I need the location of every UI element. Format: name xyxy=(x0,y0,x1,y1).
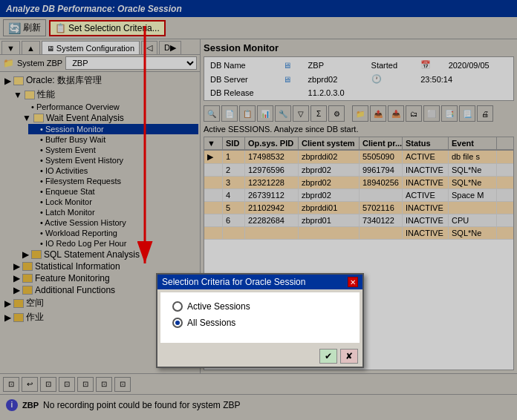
modal-title: Selection Criteria for Oracle Session xyxy=(162,277,305,287)
radio-all-label: All Sessions xyxy=(187,318,235,328)
modal-close-button[interactable]: ✕ xyxy=(348,277,358,287)
modal-body: Active Sessions All Sessions xyxy=(160,292,360,343)
radio-all-circle xyxy=(172,318,183,328)
radio-active-circle xyxy=(172,301,183,312)
modal-overlay: Selection Criteria for Oracle Session ✕ … xyxy=(0,0,517,420)
modal-ok-button[interactable]: ✔ xyxy=(319,349,337,364)
radio-option-all[interactable]: All Sessions xyxy=(172,318,348,328)
modal-cancel-button[interactable]: ✘ xyxy=(340,349,358,364)
radio-option-active[interactable]: Active Sessions xyxy=(172,301,348,312)
modal-dialog: Selection Criteria for Oracle Session ✕ … xyxy=(156,273,364,368)
modal-titlebar: Selection Criteria for Oracle Session ✕ xyxy=(157,275,362,289)
modal-footer: ✔ ✘ xyxy=(157,346,362,367)
radio-active-label: Active Sessions xyxy=(187,301,250,312)
